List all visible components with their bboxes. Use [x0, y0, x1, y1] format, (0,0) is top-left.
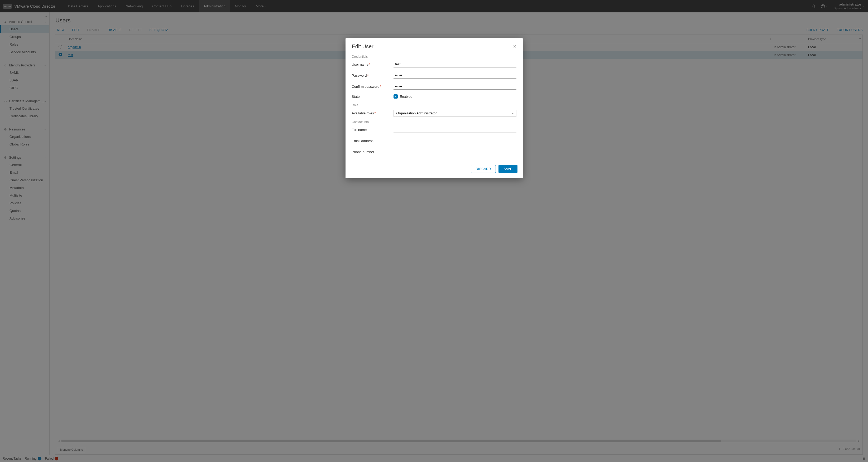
close-icon[interactable]: ✕	[513, 44, 517, 49]
password-label: Password*	[352, 73, 394, 77]
confirm-password-input[interactable]	[394, 83, 517, 90]
email-input[interactable]	[394, 138, 517, 144]
fullname-label: Full name	[352, 128, 394, 132]
section-contact-info: Contact Info	[352, 120, 517, 124]
fullname-input[interactable]	[394, 127, 517, 133]
available-roles-label: Available roles*	[352, 111, 394, 115]
enabled-checkbox[interactable]: ✓	[394, 94, 398, 99]
edit-user-dialog: Edit User ✕ Credentials User name* Passw…	[345, 38, 523, 178]
phone-input[interactable]	[394, 148, 517, 155]
phone-label: Phone number	[352, 150, 394, 154]
discard-button[interactable]: DISCARD	[471, 165, 496, 173]
dialog-title: Edit User	[352, 43, 373, 50]
username-input[interactable]	[394, 61, 517, 67]
confirm-password-label: Confirm password*	[352, 85, 394, 89]
email-label: Email address	[352, 139, 394, 143]
username-label: User name*	[352, 62, 394, 66]
password-input[interactable]	[394, 72, 517, 78]
section-role: Role	[352, 103, 517, 107]
state-label: State	[352, 95, 394, 99]
save-button[interactable]: SAVE	[498, 165, 517, 173]
section-credentials: Credentials	[352, 55, 517, 59]
enabled-checkbox-label: Enabled	[400, 95, 412, 99]
available-roles-select[interactable]	[394, 110, 517, 117]
